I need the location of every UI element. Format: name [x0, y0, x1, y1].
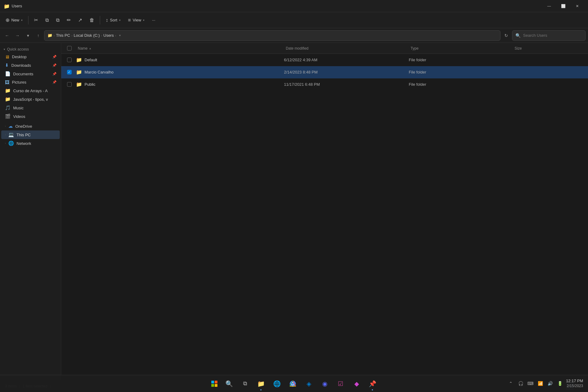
rename-button[interactable]: ✏ [64, 15, 74, 26]
wifi-icon[interactable]: 📶 [537, 380, 544, 387]
desktop-icon: 🖥 [5, 54, 9, 59]
sidebar-item-documents[interactable]: 📄 Documents 📌 [1, 70, 60, 78]
system-clock[interactable]: 12:17 PM 2/15/2023 [566, 379, 583, 388]
file-row-default[interactable]: 📁 Default 6/12/2022 4:39 AM File folder [61, 54, 588, 66]
more-button[interactable]: ··· [149, 15, 158, 26]
file-row-marcio[interactable]: ✓ 📁 Marcio Carvalho 2/14/2023 8:48 PM Fi… [61, 66, 588, 78]
fileexplorer-taskbar-button[interactable]: 📁 [254, 376, 268, 391]
delete-icon: 🗑 [89, 17, 94, 23]
clock-time: 12:17 PM [566, 379, 583, 384]
share-button[interactable]: ↗ [75, 15, 85, 26]
sidebar-item-network[interactable]: › 🌐 Network [1, 139, 60, 148]
breadcrumb-sep-2: › [71, 34, 73, 37]
default-folder-icon: 📁 [76, 57, 82, 63]
delete-button[interactable]: 🗑 [86, 15, 97, 26]
chevron-up-icon[interactable]: ⌃ [507, 380, 514, 387]
thispc-icon: 💻 [8, 132, 14, 138]
up-button[interactable]: ↑ [34, 31, 43, 40]
public-checkbox[interactable] [64, 82, 75, 87]
svg-point-6 [292, 383, 294, 385]
maximize-button[interactable]: ⬜ [556, 1, 570, 11]
taskbar: 🔍 ⧉ 📁 🌐 ◈ ◉ ☑ [0, 375, 588, 392]
cut-icon: ✂ [34, 17, 38, 23]
name-sort-button[interactable]: Name ▲ [76, 45, 284, 52]
keyboard-icon[interactable]: ⌨ [527, 380, 534, 387]
sort-label: Sort [110, 18, 117, 22]
minimize-button[interactable]: — [542, 1, 556, 11]
recent-button[interactable]: ▾ [23, 31, 32, 40]
taskbar-right: ⌃ 🎧 ⌨ 📶 🔊 🔋 12:17 PM 2/15/2023 [507, 379, 583, 388]
discord-taskbar-button[interactable]: ◉ [317, 376, 332, 391]
dotnet-taskbar-button[interactable]: ◆ [349, 376, 364, 391]
header-type-col: Type [409, 45, 513, 52]
sidebar-item-downloads[interactable]: ⬇ Downloads 📌 [1, 61, 60, 70]
size-sort-button[interactable]: Size [513, 45, 586, 52]
file-row-public[interactable]: 📁 Public 11/17/2021 6:48 PM File folder [61, 78, 588, 91]
clock-date: 2/15/2023 [566, 384, 583, 389]
fileexplorer-taskbar-icon: 📁 [257, 380, 265, 387]
share-icon: ↗ [78, 17, 82, 23]
sort-button[interactable]: ↕ Sort ▾ [103, 15, 124, 26]
paste-button[interactable]: ⧉ [53, 15, 62, 26]
taskview-icon: ⧉ [243, 380, 247, 387]
address-bar[interactable]: 📁 › This PC › Local Disk (C:) › Users › … [44, 30, 500, 41]
copy-button[interactable]: ⧉ [42, 15, 52, 26]
sidebar-item-curso[interactable]: 📁 Curso de Arrays - A [1, 86, 60, 95]
sidebar-item-videos[interactable]: 🎬 Videos [1, 112, 60, 121]
sticky-taskbar-button[interactable]: 📌 [365, 376, 380, 391]
default-checkbox[interactable] [64, 58, 75, 62]
marcio-type: File folder [409, 70, 513, 74]
public-type: File folder [409, 82, 513, 87]
sidebar-item-onedrive[interactable]: › ☁ OneDrive [1, 122, 60, 130]
select-all-checkbox[interactable] [67, 46, 72, 51]
new-plus-icon: ⊕ [6, 17, 9, 23]
network-expand-icon: › [5, 142, 6, 145]
name-sort-icon: ▲ [89, 47, 92, 50]
music-icon: 🎵 [5, 105, 11, 111]
cut-button[interactable]: ✂ [31, 15, 41, 26]
breadcrumb-localdisk[interactable]: Local Disk (C:) [74, 33, 100, 38]
refresh-button[interactable]: ↻ [502, 31, 511, 40]
vscode-taskbar-button[interactable]: ◈ [301, 376, 316, 391]
sidebar-item-pictures[interactable]: 🖼 Pictures 📌 [1, 78, 60, 86]
sidebar-network-label: Network [17, 141, 31, 146]
breadcrumb-users[interactable]: Users [104, 33, 114, 38]
sidebar-item-javascript[interactable]: 📁 JavaScript - tipos, v [1, 95, 60, 104]
view-button[interactable]: ≡ View ▾ [125, 15, 148, 26]
header-size-col: Size [513, 45, 586, 52]
breadcrumb-thispc[interactable]: This PC [56, 33, 70, 38]
type-sort-button[interactable]: Type [409, 45, 513, 52]
search-taskbar-button[interactable]: 🔍 [222, 376, 236, 391]
start-button[interactable] [208, 378, 221, 390]
breadcrumb-end-caret[interactable]: ▾ [119, 34, 121, 37]
type-col-label: Type [411, 46, 419, 51]
sort-caret-icon: ▾ [119, 19, 121, 22]
new-label: New [11, 18, 19, 22]
forward-button[interactable]: → [13, 31, 22, 40]
headset-icon[interactable]: 🎧 [517, 380, 524, 387]
new-button[interactable]: ⊕ New ▾ [2, 15, 26, 26]
svg-rect-3 [215, 384, 217, 387]
vscode-taskbar-icon: ◈ [307, 380, 311, 387]
todo-taskbar-button[interactable]: ☑ [333, 376, 348, 391]
edge-taskbar-button[interactable]: 🌐 [270, 376, 284, 391]
quick-access-section[interactable]: ▾ Quick access [0, 45, 61, 53]
search-input[interactable] [523, 33, 582, 38]
dotnet-taskbar-icon: ◆ [354, 380, 359, 387]
battery-icon[interactable]: 🔋 [556, 380, 564, 387]
sidebar-item-thispc[interactable]: › 💻 This PC [1, 130, 60, 139]
window-folder-icon: 📁 [4, 3, 9, 9]
volume-icon[interactable]: 🔊 [546, 380, 554, 387]
taskview-button[interactable]: ⧉ [238, 376, 252, 391]
chrome-taskbar-button[interactable] [285, 376, 300, 391]
close-button[interactable]: ✕ [570, 1, 584, 11]
back-button[interactable]: ← [2, 31, 12, 40]
marcio-checkbox[interactable]: ✓ [64, 70, 75, 74]
documents-pin-icon: 📌 [52, 72, 57, 76]
more-label: ··· [152, 18, 155, 22]
sidebar-item-desktop[interactable]: 🖥 Desktop 📌 [1, 53, 60, 61]
date-sort-button[interactable]: Date modified [284, 45, 409, 52]
sidebar-item-music[interactable]: 🎵 Music [1, 104, 60, 112]
title-bar-controls: — ⬜ ✕ [542, 1, 584, 11]
public-checkbox-inner [67, 82, 72, 87]
